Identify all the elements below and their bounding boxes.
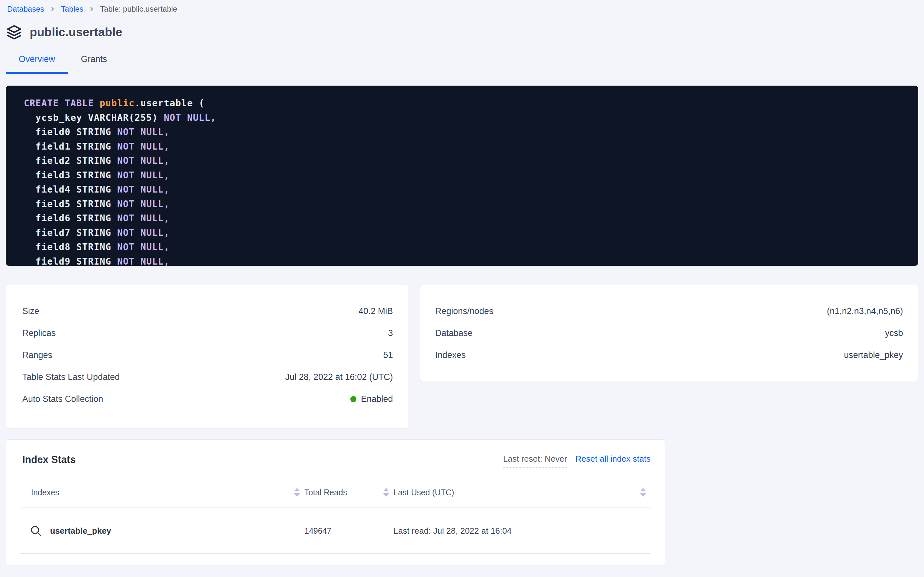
sql-line: CREATE TABLE public.usertable ( [24,96,905,111]
reset-all-index-stats-link[interactable]: Reset all index stats [575,454,651,464]
sql-line: field2 STRING NOT NULL, [24,154,905,168]
column-header-last-used[interactable]: Last Used (UTC) [394,488,651,497]
tab-grants[interactable]: Grants [68,54,120,73]
stat-label: Indexes [435,350,466,360]
sql-schema-name: public [100,98,135,108]
chevron-right-icon [50,5,56,13]
page-header: public.usertable [6,24,918,40]
stat-label: Database [435,328,472,338]
sql-line: ycsb_key VARCHAR(255) NOT NULL, [24,111,905,125]
stat-label: Auto Stats Collection [22,394,103,404]
index-name: usertable_pkey [50,526,111,536]
stat-value: ycsb [885,328,903,338]
stat-row-indexes: Indexes usertable_pkey [435,344,903,366]
stat-label: Size [22,306,39,316]
index-stats-actions: Last reset: Never Reset all index stats [503,454,651,467]
total-reads-cell: 149647 [304,526,394,536]
layers-stack-icon [6,24,22,40]
stat-row-regions: Regions/nodes (n1,n2,n3,n4,n5,n6) [435,300,903,322]
page-title: public.usertable [30,26,122,39]
index-stats-title: Index Stats [22,454,76,466]
breadcrumb-databases[interactable]: Databases [7,5,44,14]
column-label: Last Used (UTC) [394,488,454,497]
index-table-row: usertable_pkey 149647 Last read: Jul 28,… [20,508,651,554]
column-header-total-reads[interactable]: Total Reads [304,488,394,497]
stat-value: usertable_pkey [844,350,903,360]
stat-row-size: Size 40.2 MiB [22,300,393,322]
column-label: Indexes [20,488,59,497]
sort-arrows-icon[interactable] [294,488,300,497]
index-stats-card: Index Stats Last reset: Never Reset all … [6,439,665,566]
overview-stats-row: Size 40.2 MiB Replicas 3 Ranges 51 Table… [6,285,918,429]
stat-row-ranges: Ranges 51 [22,344,393,366]
index-stats-header: Index Stats Last reset: Never Reset all … [22,454,651,468]
index-name-cell[interactable]: usertable_pkey [20,524,304,537]
stat-label: Table Stats Last Updated [22,372,120,382]
sort-arrows-icon[interactable] [640,488,646,497]
breadcrumb-tables[interactable]: Tables [61,5,83,14]
stat-label: Replicas [22,328,56,338]
stat-value: Jul 28, 2022 at 16:02 (UTC) [285,372,393,382]
sql-line: field9 STRING NOT NULL, [24,255,905,266]
breadcrumb: Databases Tables Table: public.usertable [6,0,918,14]
stat-row-auto-stats: Auto Stats Collection Enabled [22,388,393,410]
sort-arrows-icon[interactable] [383,488,389,497]
tab-overview[interactable]: Overview [6,54,68,73]
status-enabled-dot [350,396,357,402]
column-label: Total Reads [304,488,347,497]
sql-line: field0 STRING NOT NULL, [24,125,905,140]
column-header-indexes[interactable]: Indexes [20,488,304,497]
sql-line: field7 STRING NOT NULL, [24,226,905,240]
stat-row-database: Database ycsb [435,322,903,344]
index-stats-table: Indexes Total Reads Last Used (UTC) [20,477,651,554]
stat-label: Regions/nodes [435,306,493,316]
stat-value: 40.2 MiB [358,306,393,316]
last-reset-label[interactable]: Last reset: Never [503,454,567,467]
table-meta-card: Regions/nodes (n1,n2,n3,n4,n5,n6) Databa… [420,285,918,382]
index-table-header-row: Indexes Total Reads Last Used (UTC) [20,477,651,508]
create-table-sql-block: CREATE TABLE public.usertable ( ycsb_key… [6,85,918,266]
sql-line: field1 STRING NOT NULL, [24,140,905,154]
last-used-cell: Last read: Jul 28, 2022 at 16:04 [394,526,651,536]
stat-row-replicas: Replicas 3 [22,322,393,344]
sql-line: field5 STRING NOT NULL, [24,197,905,212]
tab-bar: Overview Grants [6,54,918,73]
sql-line: field4 STRING NOT NULL, [24,182,905,197]
sql-line: field3 STRING NOT NULL, [24,168,905,183]
magnifier-icon [29,524,42,537]
stat-value: 3 [388,328,393,338]
stat-label: Ranges [22,350,52,360]
sql-table-name: .usertable ( [135,98,205,108]
stat-value: 51 [383,350,393,360]
table-details-page: Databases Tables Table: public.usertable… [0,0,924,566]
stat-value: Enabled [350,394,393,404]
chevron-right-icon [88,5,95,13]
status-text: Enabled [361,394,393,404]
sql-line: field8 STRING NOT NULL, [24,240,905,255]
table-stats-card: Size 40.2 MiB Replicas 3 Ranges 51 Table… [6,285,408,429]
stat-value: (n1,n2,n3,n4,n5,n6) [827,306,903,316]
stat-row-stats-updated: Table Stats Last Updated Jul 28, 2022 at… [22,366,393,388]
sql-line: field6 STRING NOT NULL, [24,211,905,226]
sql-keyword: CREATE TABLE [24,98,100,108]
breadcrumb-current-table: Table: public.usertable [100,5,177,14]
